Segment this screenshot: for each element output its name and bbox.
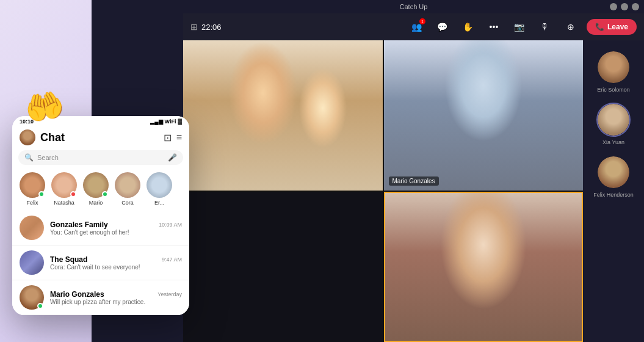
gonzales-family-msg: You: Can't get enough of her! — [50, 229, 182, 236]
squad-msg: Cora: Can't wait to see everyone! — [50, 264, 182, 271]
camera-icon: 📷 — [514, 22, 524, 32]
video-cell-topleft[interactable] — [183, 40, 383, 191]
filter-icon[interactable]: ≡ — [176, 132, 182, 144]
participant-label-mario: Mario Gonzales — [389, 176, 439, 186]
minimize-button[interactable] — [610, 3, 617, 10]
mario-info: Mario Gonzales Yesterday Will pick up pi… — [50, 290, 182, 305]
mario-chat-avatar-wrap — [20, 285, 44, 310]
mario-chat-time: Yesterday — [157, 291, 182, 297]
mic-search-icon[interactable]: 🎤 — [168, 153, 177, 162]
gonzales-family-avatar — [20, 216, 44, 240]
mario-msg: Will pick up pizza after my practice. — [50, 299, 182, 305]
er-avatar — [147, 172, 172, 198]
eric-avatar-bg — [598, 51, 629, 83]
close-button[interactable] — [632, 3, 639, 10]
battery-icon: ▓ — [178, 118, 182, 125]
xia-avatar-circle — [596, 103, 631, 137]
mario-top: Mario Gonzales Yesterday — [50, 290, 182, 299]
header-icons: ⊡ ≡ — [164, 132, 182, 144]
mario-status — [102, 191, 108, 197]
call-time: 22:06 — [201, 23, 222, 32]
chat-header-left: Chat — [20, 129, 65, 145]
squad-info: The Squad 9:47 AM Cora: Can't wait to se… — [50, 255, 182, 271]
gonzales-avatar-wrap — [20, 216, 44, 240]
more-icon: ••• — [490, 22, 499, 32]
share-button[interactable]: ⊕ — [561, 17, 581, 37]
participant-felix[interactable]: Felix Henderson — [593, 155, 634, 198]
mic-button[interactable]: 🎙 — [535, 17, 555, 37]
eric-avatar-circle — [596, 50, 631, 84]
participant-xia[interactable]: Xia Yuan — [596, 103, 631, 145]
cora-contact-name: Cora — [121, 200, 134, 206]
eric-name: Eric Solomon — [597, 87, 630, 93]
felix-contact-avatar — [20, 172, 45, 198]
mario-contact-avatar — [83, 172, 109, 198]
natasha-contact-name: Natasha — [54, 200, 74, 206]
leave-button[interactable]: 📞 Leave — [587, 19, 637, 35]
video-cell-bottomleft[interactable] — [183, 192, 383, 342]
chat-title: Chat — [40, 131, 65, 144]
xia-name: Xia Yuan — [602, 139, 624, 145]
leave-label: Leave — [607, 23, 628, 31]
participant-eric[interactable]: Eric Solomon — [596, 50, 631, 93]
chat-item-mario[interactable]: Mario Gonzales Yesterday Will pick up pi… — [12, 280, 189, 315]
squad-name: The Squad — [50, 255, 87, 264]
toolbar-right: 👥 1 💬 ✋ ••• 📷 🎙 ⊕ 📞 Leave — [407, 17, 637, 37]
toolbar-left: ⊞ 22:06 — [190, 22, 222, 32]
natasha-contact-avatar — [51, 172, 77, 198]
contact-felix[interactable]: Felix — [20, 172, 45, 206]
chat-icon: 💬 — [437, 22, 447, 32]
video-grid: Mario Gonzales — [183, 40, 583, 342]
more-button[interactable]: ••• — [484, 17, 504, 37]
titlebar-title: Catch Up — [400, 3, 428, 10]
reactions-button[interactable]: ✋ — [458, 17, 478, 37]
wifi-icon: WiFi — [165, 118, 176, 125]
video-cell-topright[interactable]: Mario Gonzales — [384, 40, 584, 191]
squad-time: 9:47 AM — [162, 256, 182, 263]
share-icon: ⊕ — [567, 22, 574, 32]
phone-overlay: 10:10 ▂▄▆ WiFi ▓ Chat ⊡ ≡ 🔍 Search 🎤 Fel — [12, 116, 189, 315]
contact-cora[interactable]: Cora — [115, 172, 140, 206]
chat-header: Chat ⊡ ≡ — [12, 126, 189, 150]
call-toolbar: ⊞ 22:06 👥 1 💬 ✋ ••• 📷 🎙 ⊕ — [183, 13, 644, 40]
grid-icon[interactable]: ⊞ — [190, 22, 198, 32]
participants-button[interactable]: 👥 1 — [407, 17, 427, 37]
er-contact-name: Er... — [154, 200, 164, 206]
mario-chat-name: Mario Gonzales — [50, 290, 104, 299]
felix-status — [38, 191, 45, 197]
cora-contact-avatar — [115, 172, 140, 198]
titlebar: Catch Up — [183, 0, 644, 13]
squad-top: The Squad 9:47 AM — [50, 255, 182, 264]
titlebar-controls — [610, 3, 639, 10]
chat-item-gonzales[interactable]: Gonzales Family 10:09 AM You: Can't get … — [12, 211, 189, 246]
compose-icon[interactable]: ⊡ — [164, 132, 172, 144]
felix-name: Felix Henderson — [593, 192, 634, 198]
contact-row: Felix Natasha Mario Cora E — [12, 170, 189, 211]
gonzales-family-info: Gonzales Family 10:09 AM You: Can't get … — [50, 220, 182, 236]
squad-avatar-wrap — [20, 250, 44, 275]
user-avatar-small[interactable] — [20, 129, 35, 145]
mario-contact-name: Mario — [89, 200, 103, 206]
emoji-hands: 🤲 — [21, 86, 67, 129]
xia-avatar-bg — [598, 104, 629, 136]
chat-item-squad[interactable]: The Squad 9:47 AM Cora: Can't wait to se… — [12, 246, 189, 280]
contact-mario[interactable]: Mario — [83, 172, 109, 206]
signal-icon: ▂▄▆ — [150, 118, 162, 125]
reactions-icon: ✋ — [463, 22, 473, 32]
felix-contact-name: Felix — [26, 200, 38, 206]
contact-natasha[interactable]: Natasha — [51, 172, 77, 206]
camera-button[interactable]: 📷 — [510, 17, 529, 37]
contact-er[interactable]: Er... — [147, 172, 172, 206]
restore-button[interactable] — [621, 3, 628, 10]
chat-button[interactable]: 💬 — [433, 17, 452, 37]
felix-avatar-circle — [596, 155, 631, 189]
video-cell-bottomright[interactable] — [384, 192, 584, 342]
er-contact-avatar — [147, 172, 172, 198]
search-placeholder: Search — [37, 154, 164, 161]
status-icons: ▂▄▆ WiFi ▓ — [150, 118, 182, 125]
squad-avatar — [20, 250, 44, 275]
notification-badge: 1 — [419, 18, 425, 24]
mario-chat-status — [37, 303, 43, 309]
search-bar[interactable]: 🔍 Search 🎤 — [18, 150, 183, 165]
felix-avatar-bg — [598, 156, 629, 188]
